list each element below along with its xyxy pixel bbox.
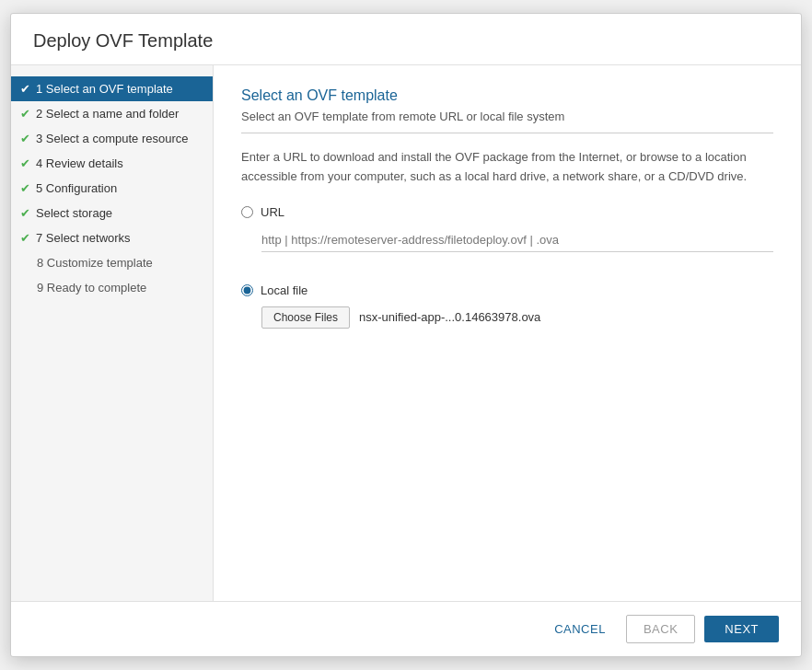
- local-file-radio-row: Local file: [241, 283, 773, 297]
- check-icon-5: ✔: [20, 181, 30, 195]
- check-icon-6: ✔: [20, 206, 30, 220]
- sidebar-item-1[interactable]: ✔ 1 Select an OVF template: [11, 76, 213, 101]
- sidebar-item-label-8: 8 Customize template: [37, 256, 153, 270]
- sidebar-item-3[interactable]: ✔ 3 Select a compute resource: [11, 126, 213, 151]
- selected-file-name: nsx-unified-app-...0.14663978.ova: [359, 310, 540, 324]
- deploy-ovf-dialog: Deploy OVF Template ✔ 1 Select an OVF te…: [10, 13, 802, 657]
- sidebar-item-label-7: 7 Select networks: [36, 231, 131, 245]
- sidebar-item-label-5: 5 Configuration: [36, 181, 117, 195]
- check-icon-1: ✔: [20, 82, 30, 96]
- sidebar-item-label-2: 2 Select a name and folder: [36, 107, 179, 121]
- sidebar-item-9[interactable]: 9 Ready to complete: [11, 275, 213, 300]
- local-file-section: Local file Choose Files nsx-unified-app-…: [241, 283, 773, 329]
- back-button[interactable]: BACK: [626, 615, 695, 643]
- dialog-title: Deploy OVF Template: [11, 14, 801, 65]
- sidebar-item-4[interactable]: ✔ 4 Review details: [11, 151, 213, 176]
- cancel-button[interactable]: CANCEL: [543, 617, 617, 641]
- url-radio-label[interactable]: URL: [261, 205, 284, 219]
- sidebar-item-7[interactable]: ✔ 7 Select networks: [11, 225, 213, 250]
- sidebar: ✔ 1 Select an OVF template ✔ 2 Select a …: [11, 65, 214, 601]
- description-text: Enter a URL to download and install the …: [241, 148, 773, 187]
- url-input[interactable]: [261, 228, 773, 252]
- url-radio-row: URL: [241, 205, 773, 219]
- sidebar-item-label-3: 3 Select a compute resource: [36, 132, 188, 145]
- sidebar-item-5[interactable]: ✔ 5 Configuration: [11, 176, 213, 201]
- sidebar-item-label-4: 4 Review details: [36, 156, 123, 170]
- url-radio-group: URL: [241, 205, 773, 265]
- dialog-body: ✔ 1 Select an OVF template ✔ 2 Select a …: [11, 65, 801, 601]
- sidebar-item-2[interactable]: ✔ 2 Select a name and folder: [11, 101, 213, 126]
- choose-files-button[interactable]: Choose Files: [261, 306, 350, 329]
- check-icon-7: ✔: [20, 231, 30, 245]
- main-content: Select an OVF template Select an OVF tem…: [214, 65, 801, 601]
- local-file-radio[interactable]: [241, 284, 253, 296]
- sidebar-item-6[interactable]: ✔ Select storage: [11, 201, 213, 225]
- sidebar-item-label-1: 1 Select an OVF template: [36, 82, 173, 96]
- sidebar-item-8[interactable]: 8 Customize template: [11, 250, 213, 275]
- sidebar-item-label-9: 9 Ready to complete: [37, 281, 146, 295]
- dialog-footer: CANCEL BACK NEXT: [11, 601, 801, 656]
- main-section-title: Select an OVF template: [241, 87, 773, 104]
- main-subtitle: Select an OVF template from remote URL o…: [241, 110, 773, 133]
- next-button[interactable]: NEXT: [704, 616, 779, 642]
- choose-files-row: Choose Files nsx-unified-app-...0.146639…: [261, 306, 773, 329]
- check-icon-3: ✔: [20, 132, 30, 145]
- check-icon-2: ✔: [20, 107, 30, 121]
- url-radio[interactable]: [241, 206, 253, 218]
- check-icon-4: ✔: [20, 156, 30, 170]
- sidebar-item-label-6: Select storage: [36, 206, 112, 220]
- local-file-label[interactable]: Local file: [261, 283, 307, 297]
